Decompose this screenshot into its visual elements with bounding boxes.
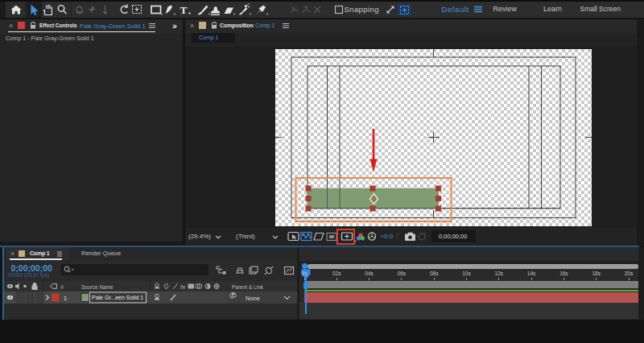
svg-text:None: None <box>246 294 260 301</box>
svg-text:Parent & Link: Parent & Link <box>232 283 264 289</box>
svg-text:T: T <box>180 4 188 16</box>
svg-text:fx: fx <box>180 283 186 290</box>
svg-text:Pale Gr...een Solid 1: Pale Gr...een Solid 1 <box>92 295 143 300</box>
svg-text:1: 1 <box>64 294 67 301</box>
svg-text:Source Name: Source Name <box>81 283 114 289</box>
svg-text:#: # <box>60 283 64 291</box>
